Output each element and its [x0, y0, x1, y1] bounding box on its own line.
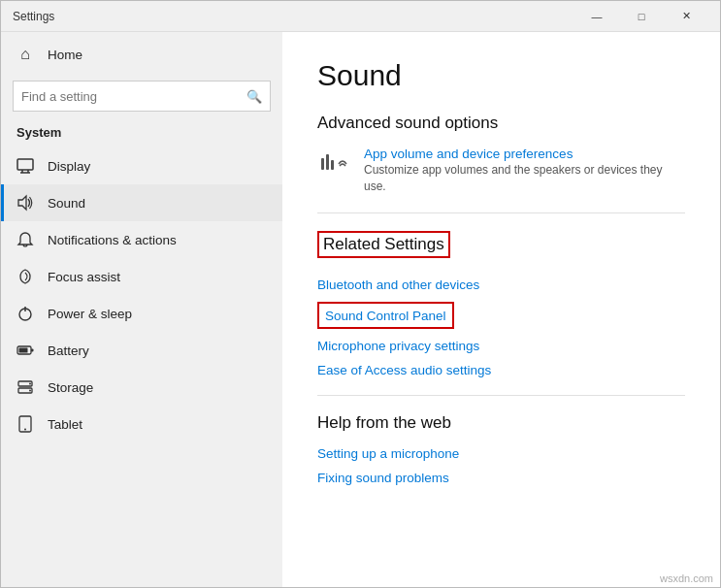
sidebar-item-battery[interactable]: Battery: [1, 332, 282, 369]
sidebar-item-home[interactable]: ⌂ Home: [1, 36, 282, 73]
help-section: Help from the web Setting up a microphon…: [317, 413, 685, 485]
app-volume-text-block: App volume and device preferences Custom…: [364, 147, 685, 195]
battery-icon: [16, 342, 34, 359]
app-volume-link[interactable]: App volume and device preferences: [364, 147, 685, 161]
sidebar-item-tablet-label: Tablet: [48, 417, 82, 432]
related-links-list: Bluetooth and other devices Sound Contro…: [317, 278, 685, 377]
window-title: Settings: [13, 10, 54, 23]
app-volume-desc: Customize app volumes and the speakers o…: [364, 162, 685, 195]
equalizer-icon: [317, 147, 352, 181]
sidebar-item-sound-label: Sound: [48, 196, 85, 211]
title-bar: Settings — □ ✕: [1, 1, 720, 32]
help-section-title: Help from the web: [317, 413, 685, 433]
help-links-list: Setting up a microphone Fixing sound pro…: [317, 446, 685, 485]
section-divider: [317, 212, 685, 213]
fixing-sound-link[interactable]: Fixing sound problems: [317, 471, 685, 485]
content-area: Sound Advanced sound options: [282, 32, 720, 587]
svg-rect-9: [19, 348, 28, 353]
section-divider-2: [317, 395, 685, 396]
sidebar-item-focus[interactable]: Focus assist: [1, 258, 282, 295]
notifications-icon: [16, 231, 34, 248]
svg-rect-17: [326, 154, 329, 170]
svg-rect-8: [31, 349, 34, 352]
main-content: ⌂ Home 🔍 System: [1, 32, 720, 587]
svg-rect-18: [331, 160, 334, 170]
sidebar-item-display[interactable]: Display: [1, 147, 282, 184]
sidebar-item-power[interactable]: Power & sleep: [1, 295, 282, 332]
svg-point-12: [29, 383, 31, 385]
setting-up-mic-link[interactable]: Setting up a microphone: [317, 446, 685, 461]
bluetooth-link[interactable]: Bluetooth and other devices: [317, 278, 685, 292]
page-title: Sound: [317, 59, 685, 92]
sidebar-item-power-label: Power & sleep: [48, 307, 132, 321]
advanced-sound-title: Advanced sound options: [317, 114, 685, 133]
advanced-sound-section: Advanced sound options App volume and de…: [317, 114, 685, 195]
power-icon: [16, 305, 34, 322]
search-input[interactable]: [21, 89, 246, 104]
sound-control-panel-wrapper: Sound Control Panel: [317, 302, 454, 329]
related-settings-section: Related Settings Bluetooth and other dev…: [317, 231, 685, 377]
svg-point-15: [24, 429, 26, 431]
svg-rect-16: [321, 158, 324, 170]
sidebar-item-sound[interactable]: Sound: [1, 184, 282, 221]
settings-window: Settings — □ ✕ ⌂ Home 🔍 System: [0, 0, 721, 588]
app-volume-item: App volume and device preferences Custom…: [317, 147, 685, 195]
sidebar: ⌂ Home 🔍 System: [1, 32, 282, 587]
sidebar-item-notifications-label: Notifications & actions: [48, 233, 177, 247]
sidebar-search-box[interactable]: 🔍: [13, 81, 271, 112]
related-settings-title: Related Settings: [317, 231, 450, 258]
storage-icon: [16, 378, 34, 396]
sidebar-item-battery-label: Battery: [48, 343, 89, 358]
window-controls: — □ ✕: [574, 1, 708, 32]
maximize-button[interactable]: □: [619, 1, 664, 32]
focus-icon: [16, 268, 34, 285]
microphone-privacy-link[interactable]: Microphone privacy settings: [317, 339, 685, 353]
sidebar-item-focus-label: Focus assist: [48, 270, 120, 284]
sidebar-item-tablet[interactable]: Tablet: [1, 406, 282, 442]
sound-control-panel-link[interactable]: Sound Control Panel: [325, 309, 446, 323]
search-icon: 🔍: [246, 89, 262, 104]
svg-rect-0: [17, 159, 33, 170]
svg-point-13: [29, 390, 31, 392]
home-icon: ⌂: [16, 46, 34, 63]
tablet-icon: [16, 415, 34, 433]
sidebar-item-storage-label: Storage: [48, 380, 93, 395]
sidebar-item-display-label: Display: [48, 159, 90, 174]
svg-marker-4: [18, 196, 26, 210]
sound-icon: [16, 194, 34, 212]
display-icon: [16, 157, 34, 175]
close-button[interactable]: ✕: [664, 1, 708, 32]
sidebar-item-home-label: Home: [48, 48, 82, 62]
sidebar-section-label: System: [1, 119, 282, 147]
sidebar-item-storage[interactable]: Storage: [1, 369, 282, 406]
sidebar-item-notifications[interactable]: Notifications & actions: [1, 221, 282, 258]
ease-of-access-link[interactable]: Ease of Access audio settings: [317, 363, 685, 377]
minimize-button[interactable]: —: [574, 1, 619, 32]
